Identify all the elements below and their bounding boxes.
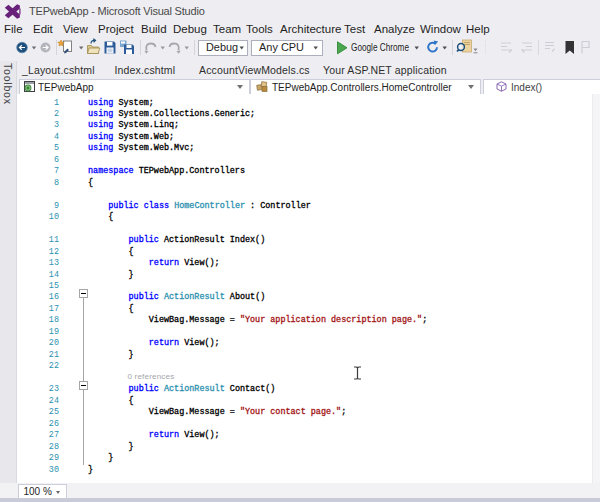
svg-text:Any CPU: Any CPU bbox=[259, 41, 304, 53]
svg-text:Google Chrome: Google Chrome bbox=[351, 41, 409, 53]
svg-text:Debug: Debug bbox=[206, 41, 238, 53]
